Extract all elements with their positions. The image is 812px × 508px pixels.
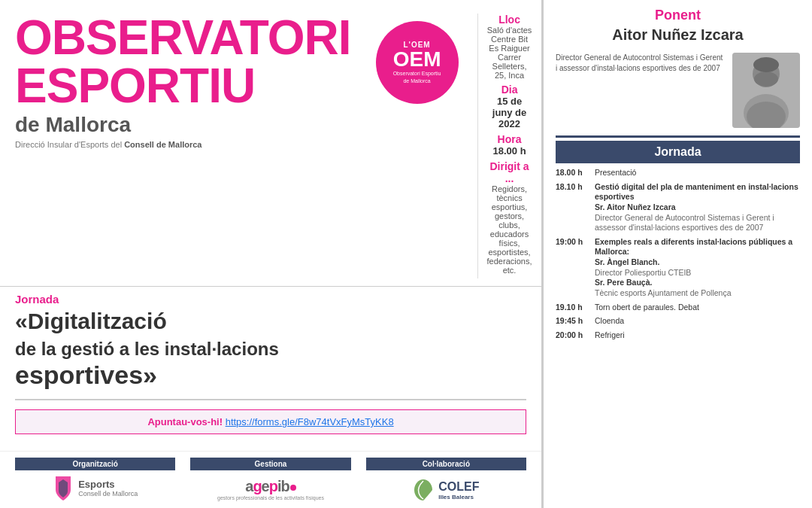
agepib-a: a: [245, 478, 253, 494]
schedule-item: 19:00 h Exemples reals a diferents insta…: [556, 237, 800, 299]
speaker-role: Director General de Autocontrol Sistemas…: [595, 213, 800, 233]
oem-logo-area: L'OEM OEM Observatori Esportiude Mallorc…: [357, 14, 477, 104]
schedule-item: 18.10 h Gestió digital del pla de manten…: [556, 182, 800, 233]
title-de-mallorca: de Mallorca: [15, 113, 351, 137]
lloc-line1: Saló d'actes: [487, 26, 532, 35]
agepib-dot: [290, 485, 296, 491]
jornada-title: «Digitalització de la gestió a les insta…: [15, 309, 526, 390]
organitzacio-title: Organització: [15, 458, 175, 470]
schedule-time: 18.00 h: [556, 168, 587, 178]
colef-name: COLEF: [438, 480, 479, 494]
ponent-name: Aitor Nuñez Izcara: [556, 26, 800, 44]
lloc-line2: Centre Bit Es Raiguer: [487, 35, 532, 53]
agepib-text: agepib: [217, 478, 324, 495]
colef-logo: COLEF Illes Balears: [413, 475, 479, 502]
ponent-separator: [556, 135, 800, 138]
schedule-desc: Exemples reals a diferents instal·lacion…: [595, 237, 800, 299]
schedule-time: 18.10 h: [556, 182, 587, 233]
separator: [15, 399, 526, 400]
colef-leaf-icon: [413, 478, 434, 502]
schedule-item: 20:00 h Refrigeri: [556, 330, 800, 341]
title-area: OBSERVATORI ESPORTIU de Mallorca Direcci…: [15, 14, 477, 278]
title-observatori: OBSERVATORI: [15, 14, 351, 62]
schedule: 18.00 h Presentació 18.10 h Gestió digit…: [544, 163, 812, 508]
oem-logo-sub: Observatori Esportiude Mallorca: [393, 70, 441, 84]
ponent-photo: [732, 53, 800, 128]
gestiona-section: Gestiona agepib gestors professionals de…: [190, 458, 350, 502]
dirigit-value: Regidors, tècnics esportius, gestors, cl…: [487, 184, 532, 275]
hora-group: Hora 18.00 h: [487, 133, 532, 157]
dirigit-title: Dirigit a ...: [487, 160, 532, 184]
event-info: Lloc Saló d'actes Centre Bit Es Raiguer …: [477, 14, 535, 278]
schedule-time: 19:45 h: [556, 316, 587, 327]
speaker-name: Sr. Aitor Nuñez Izcara: [595, 202, 676, 211]
ponent-content: Director General de Autocontrol Sistemas…: [544, 48, 812, 132]
left-panel: OBSERVATORI ESPORTIU de Mallorca Direcci…: [0, 0, 541, 508]
collaboracio-title: Col·laboració: [366, 458, 526, 470]
hora-value: 18.00 h: [487, 145, 532, 157]
person-silhouette: [732, 53, 800, 128]
speaker-name: Sr. Àngel Blanch.: [595, 257, 659, 266]
agepib-p: p: [269, 478, 277, 494]
oem-logo-main: OEM: [393, 49, 441, 70]
agepib-logo: agepib gestors professionals de les acti…: [217, 475, 324, 500]
agepib-sub: gestors professionals de les activitats …: [217, 495, 324, 500]
jornada-line3: esportives»: [15, 360, 157, 389]
link-box: Apuntau-vos-hi! https://forms.gle/F8w74t…: [15, 409, 526, 434]
schedule-item: 19.10 h Torn obert de paraules. Debat: [556, 303, 800, 313]
agepib-ib: ib: [277, 478, 289, 494]
hora-title: Hora: [487, 133, 532, 145]
lloc-title: Lloc: [487, 14, 532, 26]
schedule-desc: Cloenda: [595, 316, 800, 327]
top-section: OBSERVATORI ESPORTIU de Mallorca Direcci…: [0, 0, 541, 287]
dia-value: 15 de juny de 2022: [487, 96, 532, 129]
schedule-time: 19:00 h: [556, 237, 587, 299]
schedule-time: 19.10 h: [556, 303, 587, 313]
schedule-time: 20:00 h: [556, 330, 587, 341]
dia-title: Dia: [487, 84, 532, 96]
collaboracio-section: Col·laboració COLEF Illes Balears: [366, 458, 526, 502]
esports-name: Esports: [78, 479, 138, 490]
speaker2-role: Tècnic esports Ajuntament de Pollença: [595, 288, 800, 299]
gestiona-title: Gestiona: [190, 458, 350, 470]
dirigit-group: Dirigit a ... Regidors, tècnics esportiu…: [487, 160, 532, 275]
lloc-group: Lloc Saló d'actes Centre Bit Es Raiguer …: [487, 14, 532, 80]
jornada-section: Jornada «Digitalització de la gestió a l…: [0, 287, 541, 393]
schedule-desc: Presentació: [595, 168, 800, 178]
speaker-role: Director Poliesportiu CTEIB: [595, 268, 800, 278]
registration-url[interactable]: https://forms.gle/F8w74tVxFyMsTyKK8: [226, 416, 394, 427]
titles: OBSERVATORI ESPORTIU de Mallorca Direcci…: [15, 14, 351, 149]
svg-point-2: [754, 71, 778, 87]
ponent-title: Ponent: [556, 8, 800, 23]
esports-text-area: Esports Consell de Mallorca: [78, 479, 138, 497]
bottom-logos: Organització Esports Consell de Mallorca…: [0, 451, 541, 508]
apuntau-text: Apuntau-vos-hi!: [147, 416, 223, 427]
jornada-line1: «Digitalització: [15, 309, 167, 333]
schedule-item: 18.00 h Presentació: [556, 168, 800, 178]
jornada-line2: de la gestió a les instal·lacions: [15, 339, 279, 359]
schedule-desc: Gestió digital del pla de manteniment en…: [595, 182, 800, 233]
jornada-panel-title: Jornada: [556, 141, 800, 163]
organitzacio-section: Organització Esports Consell de Mallorca: [15, 458, 175, 502]
schedule-bold-text: Exemples reals a diferents instal·lacion…: [595, 237, 800, 257]
ponent-bio: Director General de Autocontrol Sistemas…: [556, 53, 725, 128]
jornada-label: Jornada: [15, 293, 526, 306]
agepib-e: e: [262, 478, 269, 494]
dia-group: Dia 15 de juny de 2022: [487, 84, 532, 129]
colef-text-area: COLEF Illes Balears: [438, 480, 479, 500]
speaker2-name: Sr. Pere Bauçà.: [595, 278, 652, 287]
title-esportiu: ESPORTIU: [15, 62, 351, 110]
schedule-bold-text: Gestió digital del pla de manteniment en…: [595, 182, 800, 202]
esports-logo: Esports Consell de Mallorca: [53, 475, 138, 501]
agepib-g: g: [253, 478, 261, 494]
lloc-line3: Carrer Selleters, 25, Inca: [487, 53, 532, 80]
ponent-header: Ponent Aitor Nuñez Izcara: [544, 0, 812, 48]
right-panel: Ponent Aitor Nuñez Izcara Director Gener…: [541, 0, 812, 508]
schedule-desc: Refrigeri: [595, 330, 800, 341]
schedule-item: 19:45 h Cloenda: [556, 316, 800, 327]
title-logo-row: OBSERVATORI ESPORTIU de Mallorca Direcci…: [15, 14, 477, 149]
colef-region: Illes Balears: [438, 494, 479, 500]
esports-icon: [53, 475, 74, 501]
esports-sub: Consell de Mallorca: [78, 490, 138, 497]
oem-logo: L'OEM OEM Observatori Esportiude Mallorc…: [376, 21, 459, 104]
